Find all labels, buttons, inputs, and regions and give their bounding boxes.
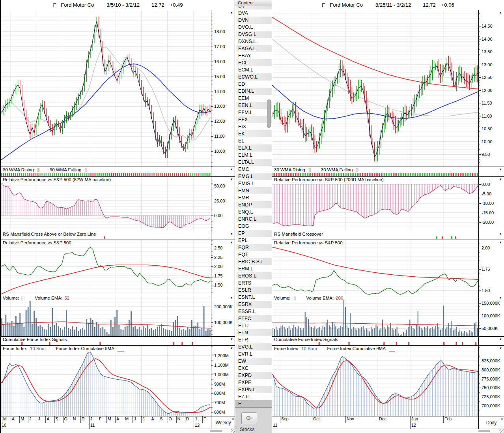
volume-legend: Volume:|||Volume EMA:200	[273, 296, 346, 300]
axis-minor-tick	[479, 98, 480, 98]
panel-options-chevron-down-icon[interactable]: ▾	[500, 168, 502, 171]
axis-tick-label: 14.00	[214, 89, 225, 94]
panel-options-chevron-down-icon[interactable]: ▾	[231, 11, 233, 15]
panel-options-chevron-down-icon[interactable]: ▾	[231, 178, 233, 181]
ticker-item-ECL[interactable]: ECL	[235, 59, 272, 66]
ticker-item-ETI.L[interactable]: ETI.L	[235, 322, 272, 329]
panel-options-chevron-down-icon[interactable]: ▾	[500, 347, 502, 350]
ticker-item-EW[interactable]: EW	[235, 358, 272, 365]
ticker-item-F[interactable]: F	[235, 400, 272, 407]
panel-options-chevron-down-icon[interactable]: ▾	[231, 347, 233, 350]
ticker-item-ECWO.L[interactable]: ECWO.L	[235, 73, 272, 81]
timeframe-selector-daily[interactable]: Daily ▾	[478, 416, 504, 429]
wma-strip-legend: 30 WMA Rising:|||30 WMA Falling:|||	[273, 167, 361, 172]
ticker-item-EBAY[interactable]: EBAY	[235, 52, 272, 59]
list-scrollbar-thumb[interactable]	[267, 99, 271, 128]
ticker-item-ERIC-B.ST[interactable]: ERIC-B.ST	[235, 258, 272, 265]
timeframe-selector-weekly[interactable]: Weekly ▾	[211, 416, 235, 429]
actions-gear-button[interactable]: ⚙▾	[241, 412, 257, 424]
ticker-item-EAGA.L[interactable]: EAGA.L	[235, 45, 272, 52]
ticker-item-ESNT.L[interactable]: ESNT.L	[235, 294, 272, 301]
ticker-item-EEM[interactable]: EEM	[235, 95, 272, 102]
ticker-item-EEN.L[interactable]: EEN.L	[235, 102, 272, 109]
ticker-item-ETN[interactable]: ETN	[235, 329, 272, 336]
panel-options-chevron-down-icon[interactable]: ▾	[231, 241, 233, 244]
ticker-item-ELTA.L[interactable]: ELTA.L	[235, 159, 272, 166]
resize-grip-icon[interactable]	[499, 429, 504, 433]
axis-minor-tick	[211, 319, 213, 319]
ticker-item-EQT[interactable]: EQT	[235, 251, 272, 258]
horizontal-scrollbar-left[interactable]	[1, 429, 235, 433]
ticker-item-ESRX[interactable]: ESRX	[235, 301, 272, 308]
ticker-item-DVSG.L[interactable]: DVSG.L	[235, 31, 272, 38]
panel-options-chevron-down-icon[interactable]: ▾	[231, 337, 233, 341]
ticker-item-ESLR[interactable]: ESLR	[235, 287, 272, 294]
ticker-item-ERM.L[interactable]: ERM.L	[235, 265, 272, 272]
axis-tick-label: 1.50	[482, 288, 490, 293]
ticker-item-ETFC[interactable]: ETFC	[235, 315, 272, 322]
ticker-item-ESSR.L[interactable]: ESSR.L	[235, 308, 272, 315]
axis-tick	[479, 116, 481, 116]
axis-minor-tick	[211, 148, 213, 148]
ticker-item-EROS.L[interactable]: EROS.L	[235, 272, 272, 279]
ticker-item-DVN[interactable]: DVN	[235, 17, 272, 24]
ticker-item-ERTS[interactable]: ERTS	[235, 279, 272, 287]
ticker-item-EZJ.L[interactable]: EZJ.L	[235, 393, 272, 400]
ticker-item-ENDP[interactable]: ENDP	[235, 201, 272, 208]
month-cell: J	[89, 416, 98, 423]
ticker-item-EFX[interactable]: EFX	[235, 116, 272, 123]
ticker-item-ENRC.L[interactable]: ENRC.L	[235, 216, 272, 223]
axis-tick-label: 725,000K	[482, 394, 500, 399]
ticker-item-EXC[interactable]: EXC	[235, 365, 272, 372]
panel-options-chevron-down-icon[interactable]: ▾	[500, 178, 502, 181]
ticker-item-EQR[interactable]: EQR	[235, 244, 272, 251]
ticker-item-EIX[interactable]: EIX	[235, 123, 272, 130]
ticker-item-EXPE[interactable]: EXPE	[235, 379, 272, 386]
ticker-item-EMR[interactable]: EMR	[235, 194, 272, 201]
axis-tick	[211, 201, 213, 201]
ticker-item-EL[interactable]: EL	[235, 137, 272, 144]
ticker-item-ETR[interactable]: ETR	[235, 336, 272, 343]
ticker-item-EDIN.L[interactable]: EDIN.L	[235, 88, 272, 95]
scrollbar-thumb[interactable]	[210, 430, 222, 432]
ticker-item-ECM.L[interactable]: ECM.L	[235, 66, 272, 73]
axis-tick	[479, 90, 481, 91]
panel-options-chevron-down-icon[interactable]: ▾	[500, 232, 502, 236]
axis-minor-tick	[211, 103, 213, 103]
scrollbar-thumb[interactable]	[478, 430, 490, 432]
panel-options-chevron-down-icon[interactable]: ▾	[500, 11, 502, 15]
ticker-item-ELM.L[interactable]: ELM.L	[235, 152, 272, 159]
panel-options-chevron-down-icon[interactable]: ▾	[231, 296, 233, 300]
panel-options-chevron-down-icon[interactable]: ▾	[231, 168, 233, 171]
ticker-item-EMIS.L[interactable]: EMIS.L	[235, 180, 272, 187]
ticker-item-EPL[interactable]: EPL	[235, 237, 272, 244]
panel-options-chevron-down-icon[interactable]: ▾	[231, 232, 233, 236]
ticker-item-EXPD[interactable]: EXPD	[235, 372, 272, 379]
month-cell: A	[45, 416, 54, 423]
plot-gutter-divider	[211, 10, 211, 429]
ticker-item-DXNS.L[interactable]: DXNS.L	[235, 38, 272, 45]
panel-options-chevron-down-icon[interactable]: ▾	[500, 337, 502, 341]
axis-tick-label: 15.00	[214, 74, 225, 79]
ticker-item-DVO.L[interactable]: DVO.L	[235, 24, 272, 31]
ticker-item-EXPN.L[interactable]: EXPN.L	[235, 386, 272, 393]
ticker-item-EVG.L[interactable]: EVG.L	[235, 343, 272, 351]
ticker-item-EMC[interactable]: EMC	[235, 166, 272, 173]
ticker-item-ED[interactable]: ED	[235, 81, 272, 88]
axis-minor-tick	[479, 34, 480, 34]
ticker-item-EOG[interactable]: EOG	[235, 223, 272, 230]
ticker-item-EMN[interactable]: EMN	[235, 187, 272, 194]
ticker-item-EK[interactable]: EK	[235, 130, 272, 137]
panel-divider	[1, 416, 235, 416]
horizontal-scrollbar-right[interactable]	[272, 429, 504, 433]
ticker-item-EFM.L[interactable]: EFM.L	[235, 109, 272, 116]
panel-options-chevron-down-icon[interactable]: ▾	[500, 241, 502, 244]
ticker-item-EVR.L[interactable]: EVR.L	[235, 351, 272, 358]
ticker-item-EP[interactable]: EP	[235, 230, 272, 237]
panel-options-chevron-down-icon[interactable]: ▾	[500, 296, 502, 300]
ticker-item-DVA[interactable]: DVA	[235, 9, 272, 17]
ticker-item-ELA.L[interactable]: ELA.L	[235, 144, 272, 152]
axis-minor-tick	[479, 401, 480, 402]
ticker-item-ENQ.L[interactable]: ENQ.L	[235, 208, 272, 216]
ticker-item-EMG.L[interactable]: EMG.L	[235, 173, 272, 180]
